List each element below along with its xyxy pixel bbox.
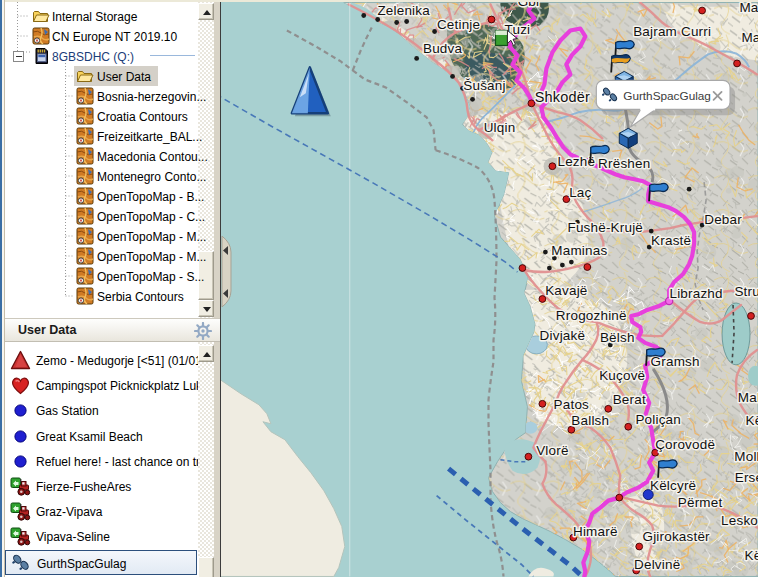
map-icon [76, 287, 94, 305]
geocache-box-marker[interactable] [619, 128, 637, 148]
map-icon [76, 127, 94, 145]
city-dot [605, 405, 612, 412]
user-data-item-campingspot-picknickplatz-luki[interactable]: Campingspot Picknickplatz Luki [5, 373, 198, 398]
user-data-item-graz-vipava[interactable]: Graz-Vipava [5, 499, 198, 524]
tree-item-macedonia-contou[interactable]: Macedonia Contou... [5, 146, 198, 166]
tree-item-opentopomap-c[interactable]: OpenTopoMap - C... [5, 206, 198, 226]
tree-item-montenegro-conto[interactable]: Montenegro Conto... [5, 166, 198, 186]
tree-scroll-up-button[interactable] [198, 3, 214, 20]
tree-item-user-data[interactable]: User Data [5, 66, 198, 86]
map-label: Mal [738, 390, 758, 405]
city-dot [519, 265, 526, 272]
city-dot [636, 543, 643, 550]
map-icon [76, 147, 94, 165]
minus-icon [16, 56, 22, 58]
village-dot [560, 263, 565, 268]
map-viewport[interactable]: ZelenikaCetinjeTuziBudvaBajram CurriMaMa… [221, 2, 758, 577]
dot-icon [10, 426, 31, 447]
tree-scroll-down-button[interactable] [198, 300, 214, 317]
map-label: Gjirokastër [642, 529, 710, 544]
user-data-item-label: Great Ksamil Beach [36, 430, 143, 444]
blue-dot-waypoint[interactable] [643, 490, 653, 500]
user-data-item-gurthspacgulag[interactable]: GurthSpacGulag [5, 550, 197, 575]
map-icon [76, 187, 94, 205]
list-scroll-thumb[interactable] [198, 557, 214, 577]
village-dot [569, 260, 574, 265]
tree-item-freizeitkarte-bal[interactable]: Freizeitkarte_BAL... [5, 126, 198, 146]
village-dot [543, 250, 548, 255]
tree-item-label: OpenTopoMap - M... [97, 230, 206, 244]
user-data-scrollbar[interactable] [198, 342, 214, 577]
map-label: Delvinë [634, 557, 680, 572]
map-label: Zelenika [377, 3, 430, 18]
user-data-item-fierze-fusheares[interactable]: Fierze-FusheAres [5, 474, 198, 499]
map-icon [76, 207, 94, 225]
map-label: Gramsh [651, 354, 700, 369]
user-data-item-zemo-medugorje-51-01-01[interactable]: Zemo - Medugorje [<51] (01/01- [5, 348, 198, 373]
user-data-item-label: Campingspot Picknickplatz Luki [36, 379, 198, 393]
map-icon [76, 167, 94, 185]
map-icon [76, 87, 94, 105]
tree-item-internal-storage[interactable]: Internal Storage [5, 6, 198, 26]
up-arrow-icon [203, 10, 211, 15]
gear-icon[interactable] [194, 322, 212, 340]
tree-item-label: Freizeitkarte_BAL... [97, 130, 202, 144]
tree-item-label: Croatia Contours [97, 110, 188, 124]
tree-item-serbia-contours[interactable]: Serbia Contours [5, 286, 198, 306]
user-data-list: Zemo - Medugorje [<51] (01/01-Campingspo… [5, 342, 198, 577]
map-label: Kë [746, 413, 758, 428]
map-label: Kë [745, 548, 758, 563]
tree-item-bosnia-herzegovin[interactable]: Bosnia-herzegovin... [5, 86, 198, 106]
map-label: Bëlsh [600, 330, 635, 345]
city-dot [549, 163, 556, 170]
tree-item-opentopomap-m[interactable]: OpenTopoMap - M... [5, 246, 198, 266]
up-arrow-icon [203, 352, 211, 357]
tree-item-8gbsdhc-q[interactable]: 8GBSDHC (Q:) [5, 46, 198, 66]
map-label: Budva [423, 41, 462, 56]
map-label: Përmet [678, 495, 723, 510]
village-dot [547, 266, 552, 271]
map-icon [76, 107, 94, 125]
user-data-item-gas-station[interactable]: Gas Station [5, 398, 198, 423]
map-label: Maminas [551, 243, 607, 258]
tree-item-label: OpenTopoMap - C... [97, 210, 205, 224]
map-label: Rrogozhinë [556, 308, 627, 323]
tree-item-opentopomap-s[interactable]: OpenTopoMap - S... [5, 266, 198, 286]
tree-item-label: CN Europe NT 2019.10 [52, 30, 177, 44]
list-scroll-up-button[interactable] [198, 345, 214, 362]
folder-icon [32, 7, 50, 25]
folder-icon [76, 67, 94, 85]
tree-item-label: Montenegro Conto... [97, 170, 206, 184]
city-dot [748, 313, 755, 320]
user-data-item-label: Graz-Vipava [36, 505, 102, 519]
tree-item-opentopomap-m[interactable]: OpenTopoMap - M... [5, 226, 198, 246]
tree-item-opentopomap-b[interactable]: OpenTopoMap - B... [5, 186, 198, 206]
tree-item-croatia-contours[interactable]: Croatia Contours [5, 106, 198, 126]
user-data-item-refuel-here-last-chance-on-tr[interactable]: Refuel here! - last chance on tr [5, 449, 198, 474]
user-data-item-vipava-seline[interactable]: Vipava-Seline [5, 524, 198, 549]
map-label: Patos [554, 397, 590, 412]
map-label: Moll [734, 449, 758, 464]
map-icon [76, 227, 94, 245]
city-dot [616, 494, 623, 501]
dot-icon [10, 451, 31, 472]
user-data-item-great-ksamil-beach[interactable]: Great Ksamil Beach [5, 424, 198, 449]
panel-collapse-tab[interactable] [222, 236, 231, 307]
village-dot [450, 74, 455, 79]
map-label: Berat [613, 392, 646, 407]
map-label: Këlcyrë [650, 478, 696, 493]
tree-item-label: OpenTopoMap - M... [97, 250, 206, 264]
tree-item-label: Bosnia-herzegovin... [97, 90, 206, 104]
map-label: Laç [569, 185, 591, 200]
map-canvas[interactable]: ZelenikaCetinjeTuziBudvaBajram CurriMaMa… [221, 2, 758, 577]
tree-expander-minus[interactable] [13, 51, 24, 62]
lake-ohrid [722, 303, 750, 365]
tree-item-cn-europe-nt-2019-10[interactable]: CN Europe NT 2019.10 [5, 26, 198, 46]
heart-icon [10, 375, 31, 396]
map-label: Ballsh [571, 413, 609, 428]
scrollbar-track[interactable] [198, 342, 214, 577]
map-label: Divjakë [540, 328, 586, 343]
tree-item-label: Serbia Contours [97, 290, 184, 304]
map-label: Librazhd [669, 286, 722, 301]
user-data-panel-header: User Data [5, 318, 221, 342]
